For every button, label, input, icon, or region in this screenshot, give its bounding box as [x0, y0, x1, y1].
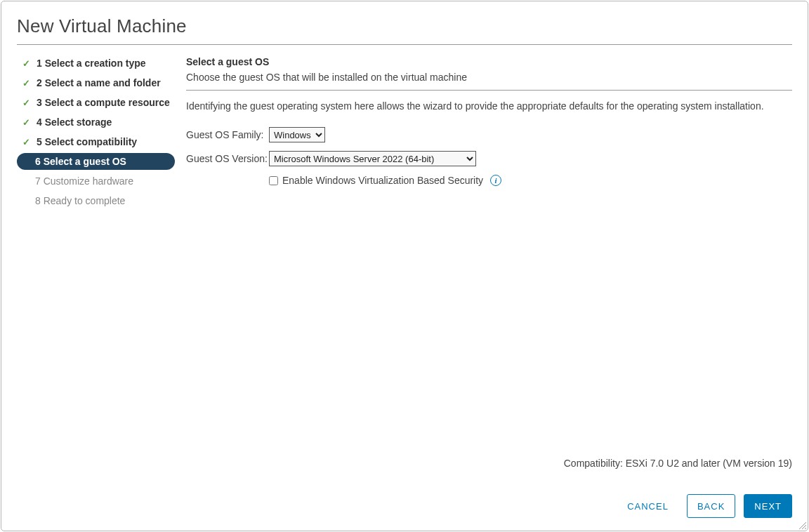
info-icon[interactable]: i	[490, 175, 501, 186]
svg-line-2	[805, 528, 806, 529]
vbs-row: Enable Windows Virtualization Based Secu…	[269, 175, 792, 186]
cancel-button[interactable]: CANCEL	[617, 494, 678, 518]
divider	[17, 44, 792, 45]
step-label: 6 Select a guest OS	[35, 156, 126, 167]
svg-line-1	[802, 525, 806, 529]
step-label: 1 Select a creation type	[37, 58, 146, 69]
page-description: Identifying the guest operating system h…	[186, 100, 792, 112]
step-label: 2 Select a name and folder	[37, 77, 161, 88]
dialog-title: New Virtual Machine	[17, 15, 792, 37]
step-customize-hardware: 7 Customize hardware	[17, 173, 175, 189]
step-label: 8 Ready to complete	[35, 195, 125, 206]
back-button[interactable]: BACK	[687, 494, 735, 518]
guest-os-family-select[interactable]: Windows	[269, 127, 325, 142]
step-guest-os[interactable]: 6 Select a guest OS	[17, 153, 175, 170]
step-compatibility[interactable]: ✓ 5 Select compatibility	[17, 133, 175, 150]
page-subheading: Choose the guest OS that will be install…	[186, 72, 792, 83]
guest-os-family-label: Guest OS Family:	[186, 129, 269, 140]
step-label: 3 Select a compute resource	[37, 97, 170, 108]
check-icon: ✓	[22, 58, 35, 69]
step-storage[interactable]: ✓ 4 Select storage	[17, 114, 175, 131]
guest-os-version-select[interactable]: Microsoft Windows Server 2022 (64-bit)	[269, 151, 476, 166]
page-heading: Select a guest OS	[186, 56, 792, 67]
step-label: 7 Customize hardware	[35, 175, 133, 187]
divider	[186, 90, 792, 91]
check-icon: ✓	[22, 117, 35, 128]
content-inner: Select a guest OS Choose the guest OS th…	[186, 55, 792, 453]
next-button[interactable]: NEXT	[744, 494, 792, 518]
check-icon: ✓	[22, 78, 35, 88]
vbs-label: Enable Windows Virtualization Based Secu…	[282, 175, 483, 186]
vbs-checkbox[interactable]	[269, 176, 278, 185]
step-compute-resource[interactable]: ✓ 3 Select a compute resource	[17, 94, 175, 111]
new-vm-dialog: New Virtual Machine ✓ 1 Select a creatio…	[1, 1, 808, 531]
step-label: 5 Select compatibility	[37, 136, 137, 147]
compatibility-text: Compatibility: ESXi 7.0 U2 and later (VM…	[186, 458, 792, 469]
check-icon: ✓	[22, 137, 35, 147]
guest-os-version-row: Guest OS Version: Microsoft Windows Serv…	[186, 151, 792, 166]
step-creation-type[interactable]: ✓ 1 Select a creation type	[17, 55, 175, 72]
step-ready-complete: 8 Ready to complete	[17, 192, 175, 209]
wizard-steps: ✓ 1 Select a creation type ✓ 2 Select a …	[17, 55, 175, 518]
wizard-content: Select a guest OS Choose the guest OS th…	[175, 55, 792, 518]
step-label: 4 Select storage	[37, 117, 112, 128]
step-name-folder[interactable]: ✓ 2 Select a name and folder	[17, 74, 175, 91]
check-icon: ✓	[22, 98, 35, 108]
guest-os-family-row: Guest OS Family: Windows	[186, 127, 792, 142]
svg-line-0	[799, 522, 806, 529]
resize-handle-icon	[798, 521, 806, 529]
dialog-footer: CANCEL BACK NEXT	[186, 494, 792, 518]
dialog-body: ✓ 1 Select a creation type ✓ 2 Select a …	[17, 55, 792, 518]
guest-os-version-label: Guest OS Version:	[186, 153, 269, 164]
